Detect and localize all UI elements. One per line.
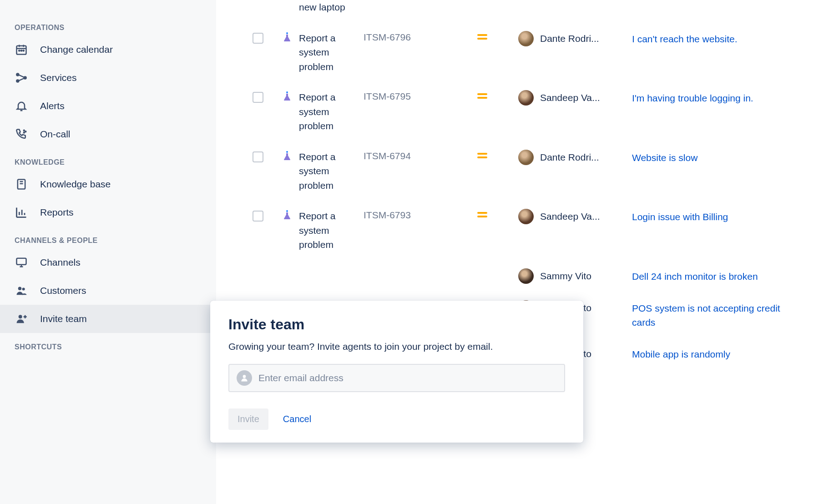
section-header-operations: OPERATIONS	[0, 14, 216, 35]
nav-label: Customers	[40, 285, 86, 296]
invite-button[interactable]: Invite	[228, 408, 268, 430]
svg-point-47	[243, 375, 246, 378]
request-type: Report a system problem	[299, 90, 364, 133]
row-checkbox[interactable]	[253, 92, 263, 103]
svg-line-10	[19, 75, 24, 77]
svg-point-13	[24, 130, 25, 131]
nav-label: Channels	[40, 257, 81, 268]
table-row: Report a system problemITSM-6796Dante Ro…	[216, 23, 839, 82]
people-icon	[15, 284, 28, 297]
sidebar-item-alerts[interactable]: Alerts	[0, 92, 216, 120]
priority-icon	[477, 150, 518, 161]
avatar	[518, 268, 534, 284]
svg-point-8	[16, 80, 19, 82]
reporter[interactable]: Dante Rodri...	[518, 31, 632, 46]
request-type: Report a system problem	[299, 209, 364, 252]
svg-point-28	[22, 287, 25, 290]
request-type: new laptop	[299, 0, 345, 15]
request-type: Report a system problem	[299, 150, 364, 193]
book-icon	[15, 177, 28, 191]
issue-summary[interactable]: I'm having trouble logging in.	[632, 90, 753, 106]
issue-key[interactable]: ITSM-6793	[364, 209, 477, 221]
email-input[interactable]	[258, 373, 557, 383]
sidebar-item-customers[interactable]: Customers	[0, 277, 216, 305]
svg-point-7	[16, 73, 19, 76]
issue-key[interactable]: ITSM-6796	[364, 31, 477, 43]
email-input-wrapper[interactable]	[228, 364, 565, 392]
sidebar-item-change-calendar[interactable]: Change calendar	[0, 35, 216, 64]
svg-rect-36	[477, 93, 487, 95]
chart-icon	[15, 206, 28, 219]
svg-point-4	[19, 50, 20, 51]
svg-rect-42	[477, 212, 487, 214]
row-checkbox[interactable]	[253, 151, 263, 162]
section-header-shortcuts: SHORTCUTS	[0, 333, 216, 355]
table-row: Sammy VitoDell 24 inch monitor is broken	[216, 260, 839, 292]
issue-summary[interactable]: Dell 24 inch monitor is broken	[632, 268, 758, 284]
svg-point-9	[24, 76, 26, 79]
issue-summary[interactable]: I can't reach the website.	[632, 31, 738, 46]
issue-key[interactable]: ITSM-6795	[364, 90, 477, 102]
table-row: Report a system problemITSM-6793Sandeep …	[216, 201, 839, 260]
table-row: Report a system problemITSM-6794Dante Ro…	[216, 141, 839, 201]
priority-icon	[477, 31, 518, 43]
sidebar-item-on-call[interactable]: On-call	[0, 120, 216, 148]
avatar	[518, 31, 534, 46]
svg-point-5	[21, 50, 22, 51]
section-header-channels-people: CHANNELS & PEOPLE	[0, 227, 216, 248]
sidebar-item-channels[interactable]: Channels	[0, 248, 216, 277]
sidebar-item-knowledge-base[interactable]: Knowledge base	[0, 170, 216, 198]
nav-label: Reports	[40, 207, 74, 218]
reporter[interactable]: Sandeep Va...	[518, 90, 632, 106]
svg-rect-37	[477, 97, 487, 99]
issue-summary[interactable]: Website is slow	[632, 150, 697, 165]
svg-point-38	[286, 151, 288, 153]
monitor-icon	[15, 256, 28, 269]
avatar	[518, 209, 534, 224]
svg-point-35	[286, 91, 288, 93]
bell-icon	[15, 99, 28, 113]
nav-label: Change calendar	[40, 44, 113, 55]
invite-icon	[15, 312, 28, 326]
svg-rect-39	[477, 153, 487, 155]
reporter[interactable]: Dante Rodri...	[518, 150, 632, 165]
sidebar-item-reports[interactable]: Reports	[0, 198, 216, 227]
cancel-button[interactable]: Cancel	[279, 408, 315, 430]
request-type: Report a system problem	[299, 31, 364, 74]
nav-label: Services	[40, 72, 77, 83]
svg-rect-24	[17, 258, 26, 265]
sidebar-item-invite-team[interactable]: Invite team	[0, 305, 216, 333]
reporter[interactable]: Sandeep Va...	[518, 209, 632, 224]
row-checkbox[interactable]	[253, 33, 263, 44]
request-type-icon	[282, 151, 293, 161]
section-header-knowledge: KNOWLEDGE	[0, 148, 216, 170]
reporter-name: Dante Rodri...	[540, 152, 599, 163]
modal-actions: Invite Cancel	[228, 408, 565, 430]
svg-rect-40	[477, 156, 487, 158]
issue-key[interactable]: ITSM-6794	[364, 150, 477, 161]
nav-label: Knowledge base	[40, 179, 111, 190]
table-row: new laptop	[216, 0, 839, 23]
priority-icon	[477, 209, 518, 221]
svg-rect-34	[477, 38, 487, 40]
issue-summary[interactable]: Mobile app is randomly	[632, 346, 730, 362]
row-checkbox[interactable]	[253, 211, 263, 222]
issue-summary[interactable]: POS system is not accepting credit cards	[632, 300, 787, 330]
reporter-name: Sammy Vito	[540, 271, 591, 282]
reporter-name: Sandeep Va...	[540, 211, 600, 222]
issue-summary[interactable]: Login issue with Billing	[632, 209, 728, 224]
svg-point-41	[286, 210, 288, 212]
svg-point-29	[19, 315, 22, 318]
svg-point-27	[18, 287, 21, 290]
nav-label: Invite team	[40, 313, 87, 324]
phone-icon	[15, 127, 28, 141]
person-icon	[237, 370, 252, 386]
request-type-icon	[282, 210, 293, 221]
table-row: Report a system problemITSM-6795Sandeep …	[216, 82, 839, 141]
invite-team-modal: Invite team Growing your team? Invite ag…	[210, 301, 583, 443]
sidebar-item-services[interactable]: Services	[0, 64, 216, 92]
request-type-icon	[282, 91, 293, 102]
reporter[interactable]: Sammy Vito	[518, 268, 632, 284]
reporter-name: Sandeep Va...	[540, 92, 600, 103]
svg-point-32	[286, 32, 288, 34]
